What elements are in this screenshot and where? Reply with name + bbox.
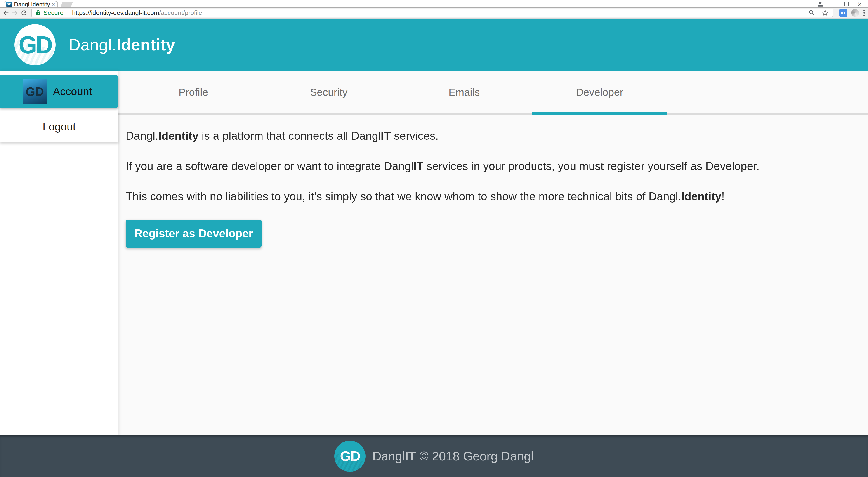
main-content: Profile Security Emails Developer Dangl.… xyxy=(119,71,868,435)
tab-profile[interactable]: Profile xyxy=(126,71,261,114)
forward-arrow-icon xyxy=(11,9,19,17)
favicon-gd-icon: GD xyxy=(6,2,12,7)
close-button[interactable]: × xyxy=(853,0,866,8)
app-footer: GD DanglIT © 2018 Georg Dangl xyxy=(0,435,868,477)
sidebar-account-label: Account xyxy=(53,85,92,98)
sidebar: GD Account Logout xyxy=(0,71,119,435)
browser-profile-button[interactable] xyxy=(814,0,827,8)
extension-tag-button[interactable] xyxy=(839,9,847,17)
developer-tab-content: Dangl.Identity is a platform that connec… xyxy=(119,115,868,247)
close-icon: × xyxy=(857,0,862,8)
url-host: https://identity-dev.dangl-it.com xyxy=(72,9,159,17)
register-as-developer-button[interactable]: Register as Developer xyxy=(126,219,261,247)
paragraph-liabilities: This comes with no liabilities to you, i… xyxy=(126,188,864,205)
star-icon xyxy=(821,9,829,17)
url-path: /account/profile xyxy=(159,9,202,17)
url-separator xyxy=(68,10,68,16)
browser-tab[interactable]: GD Dangl.Identity × xyxy=(4,1,58,7)
app-logo[interactable]: GD xyxy=(14,24,56,65)
back-button[interactable] xyxy=(2,9,10,17)
tab-security[interactable]: Security xyxy=(261,71,397,114)
footer-logo: GD xyxy=(334,441,366,472)
page-title: Dangl.Identity xyxy=(69,35,175,54)
tag-icon xyxy=(840,10,846,16)
extension-swirl-button[interactable] xyxy=(851,9,859,17)
person-icon xyxy=(817,0,824,8)
browser-window: GD Dangl.Identity × × Secure http xyxy=(0,0,868,477)
paragraph-register-info: If you are a software developer or want … xyxy=(126,158,864,174)
address-bar[interactable]: Secure https://identity-dev.dangl-it.com… xyxy=(31,9,833,17)
sidebar-item-account[interactable]: GD Account xyxy=(0,75,119,108)
window-controls: × xyxy=(814,0,866,8)
browser-toolbar: Secure https://identity-dev.dangl-it.com… xyxy=(0,8,868,19)
account-gd-icon: GD xyxy=(23,79,47,104)
refresh-icon xyxy=(20,9,28,17)
forward-button[interactable] xyxy=(11,9,19,17)
sidebar-item-logout[interactable]: Logout xyxy=(0,111,119,142)
back-arrow-icon xyxy=(2,9,10,17)
tab-bar: Profile Security Emails Developer xyxy=(119,71,868,115)
secure-badge: Secure xyxy=(43,9,64,17)
active-tab-indicator xyxy=(532,112,667,115)
refresh-button[interactable] xyxy=(20,9,28,17)
footer-logo-gd-icon: GD xyxy=(340,448,360,464)
zoom-magnifier-icon xyxy=(808,9,815,17)
minimize-button[interactable] xyxy=(827,0,840,8)
lock-icon xyxy=(35,10,41,16)
tab-emails[interactable]: Emails xyxy=(397,71,532,114)
app-header: GD Dangl.Identity xyxy=(0,19,868,71)
browser-tabstrip: GD Dangl.Identity × × xyxy=(0,0,868,8)
browser-tab-title: Dangl.Identity xyxy=(14,1,50,8)
copyright-text: DanglIT © 2018 Georg Dangl xyxy=(372,449,533,464)
restore-button[interactable] xyxy=(840,0,853,8)
new-tab-button[interactable] xyxy=(60,2,73,7)
tab-developer[interactable]: Developer xyxy=(532,71,667,114)
restore-icon xyxy=(844,2,849,6)
tab-close-icon[interactable]: × xyxy=(52,1,55,7)
paragraph-platform: Dangl.Identity is a platform that connec… xyxy=(126,128,864,144)
minimize-icon xyxy=(831,4,836,4)
zoom-button[interactable] xyxy=(808,9,816,17)
browser-menu-button[interactable] xyxy=(864,10,865,16)
bookmark-star-button[interactable] xyxy=(821,9,829,17)
app-logo-gd-icon: GD xyxy=(19,31,52,59)
